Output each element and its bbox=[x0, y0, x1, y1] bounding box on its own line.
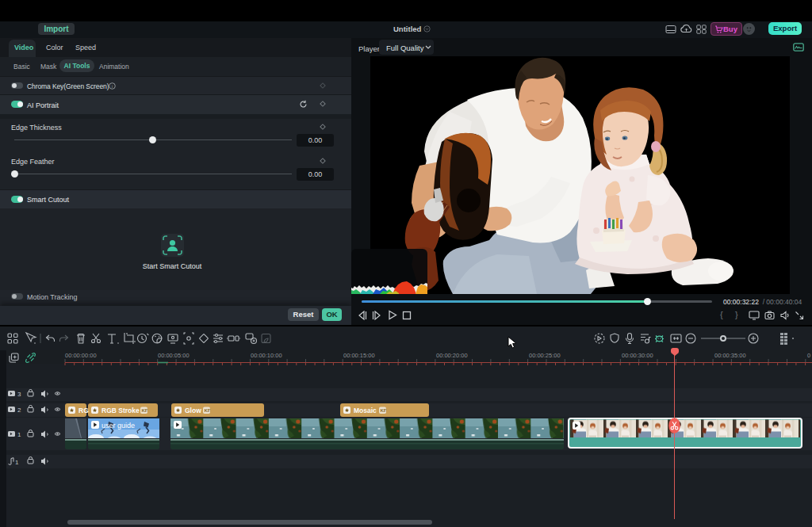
svg-text:00:00:35:00: 00:00:35:00 bbox=[714, 352, 746, 359]
svg-text:KF: KF bbox=[381, 408, 387, 413]
svg-text:00:00:20:00: 00:00:20:00 bbox=[436, 352, 468, 359]
svg-text:00:00:10:00: 00:00:10:00 bbox=[251, 352, 282, 359]
svg-text:0: 0 bbox=[807, 352, 810, 359]
svg-text:00:00:30:00: 00:00:30:00 bbox=[622, 352, 653, 359]
svg-text:RGB Stroke: RGB Stroke bbox=[102, 407, 140, 414]
svg-text:00:00:15:00: 00:00:15:00 bbox=[343, 352, 375, 359]
svg-text:Mosaic: Mosaic bbox=[354, 407, 377, 414]
svg-text:KF: KF bbox=[205, 408, 211, 413]
svg-text:00:00:00:00: 00:00:00:00 bbox=[65, 352, 97, 359]
svg-text:i: i bbox=[112, 84, 113, 89]
svg-text:KF: KF bbox=[142, 408, 148, 413]
svg-text:00:00:25:00: 00:00:25:00 bbox=[529, 352, 561, 359]
svg-text:user guide: user guide bbox=[102, 422, 135, 430]
svg-text:00:00:05:00: 00:00:05:00 bbox=[158, 352, 190, 359]
svg-text:RG: RG bbox=[79, 407, 89, 414]
svg-text:Glow: Glow bbox=[185, 407, 201, 414]
